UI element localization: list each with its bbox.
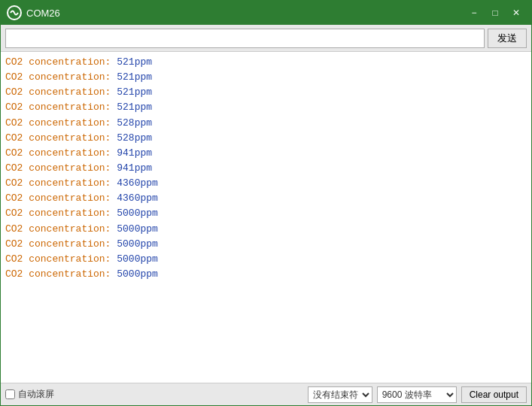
output-line: CO2 concentration: 528ppm bbox=[5, 131, 527, 146]
output-label: CO2 concentration: bbox=[5, 86, 117, 98]
output-label: CO2 concentration: bbox=[5, 177, 117, 189]
output-value: 941ppm bbox=[117, 162, 152, 174]
output-label: CO2 concentration: bbox=[5, 223, 117, 235]
output-line: CO2 concentration: 5000ppm bbox=[5, 267, 527, 282]
output-value: 5000ppm bbox=[117, 253, 158, 265]
minimize-button[interactable]: − bbox=[465, 5, 483, 20]
output-line: CO2 concentration: 5000ppm bbox=[5, 237, 527, 252]
output-line: CO2 concentration: 941ppm bbox=[5, 161, 527, 176]
output-value: 5000ppm bbox=[117, 208, 158, 219]
window-controls: − □ ✕ bbox=[465, 5, 525, 20]
statusbar: 自动滚屏 没有结束符换行回车换行和回车 300 波特率1200 波特率2400 … bbox=[1, 383, 531, 405]
output-label: CO2 concentration: bbox=[5, 132, 117, 144]
output-line: CO2 concentration: 5000ppm bbox=[5, 252, 527, 267]
send-button[interactable]: 发送 bbox=[488, 29, 527, 48]
output-line: CO2 concentration: 521ppm bbox=[5, 70, 527, 85]
serial-output[interactable]: CO2 concentration: 521ppmCO2 concentrati… bbox=[1, 52, 531, 383]
send-toolbar: 发送 bbox=[1, 25, 531, 52]
output-value: 528ppm bbox=[117, 132, 152, 144]
app-logo bbox=[7, 5, 22, 20]
autoscroll-label: 自动滚屏 bbox=[18, 388, 54, 401]
line-ending-select[interactable]: 没有结束符换行回车换行和回车 bbox=[308, 386, 372, 403]
maximize-button[interactable]: □ bbox=[486, 5, 504, 20]
close-button[interactable]: ✕ bbox=[507, 5, 525, 20]
output-value: 4360ppm bbox=[117, 177, 158, 189]
send-input[interactable] bbox=[5, 29, 485, 48]
output-value: 5000ppm bbox=[117, 223, 158, 235]
output-value: 5000ppm bbox=[117, 268, 158, 280]
output-value: 941ppm bbox=[117, 147, 152, 159]
output-label: CO2 concentration: bbox=[5, 147, 117, 159]
output-value: 5000ppm bbox=[117, 238, 158, 250]
output-line: CO2 concentration: 528ppm bbox=[5, 116, 527, 131]
output-line: CO2 concentration: 521ppm bbox=[5, 55, 527, 70]
output-value: 521ppm bbox=[117, 56, 152, 68]
output-label: CO2 concentration: bbox=[5, 56, 117, 68]
output-line: CO2 concentration: 941ppm bbox=[5, 146, 527, 161]
output-line: CO2 concentration: 5000ppm bbox=[5, 222, 527, 237]
output-value: 521ppm bbox=[117, 71, 152, 83]
output-value: 521ppm bbox=[117, 102, 152, 113]
output-value: 528ppm bbox=[117, 117, 152, 129]
output-label: CO2 concentration: bbox=[5, 71, 117, 83]
output-value: 521ppm bbox=[117, 86, 152, 98]
titlebar: COM26 − □ ✕ bbox=[1, 1, 531, 25]
output-label: CO2 concentration: bbox=[5, 208, 117, 219]
output-line: CO2 concentration: 4360ppm bbox=[5, 176, 527, 191]
output-label: CO2 concentration: bbox=[5, 102, 117, 113]
output-value: 4360ppm bbox=[117, 192, 158, 204]
output-line: CO2 concentration: 521ppm bbox=[5, 100, 527, 115]
output-line: CO2 concentration: 521ppm bbox=[5, 85, 527, 100]
output-line: CO2 concentration: 5000ppm bbox=[5, 206, 527, 221]
output-line: CO2 concentration: 4360ppm bbox=[5, 191, 527, 206]
output-label: CO2 concentration: bbox=[5, 162, 117, 174]
autoscroll-checkbox[interactable] bbox=[5, 389, 15, 399]
output-label: CO2 concentration: bbox=[5, 268, 117, 280]
output-label: CO2 concentration: bbox=[5, 192, 117, 204]
window-title: COM26 bbox=[26, 8, 465, 19]
output-label: CO2 concentration: bbox=[5, 238, 117, 250]
clear-output-button[interactable]: Clear output bbox=[461, 386, 527, 403]
arduino-serial-monitor: COM26 − □ ✕ 发送 CO2 concentration: 521ppm… bbox=[0, 0, 532, 406]
output-label: CO2 concentration: bbox=[5, 253, 117, 265]
output-label: CO2 concentration: bbox=[5, 117, 117, 129]
baud-rate-select[interactable]: 300 波特率1200 波特率2400 波特率4800 波特率9600 波特率1… bbox=[377, 386, 457, 403]
autoscroll-control: 自动滚屏 bbox=[5, 388, 54, 401]
